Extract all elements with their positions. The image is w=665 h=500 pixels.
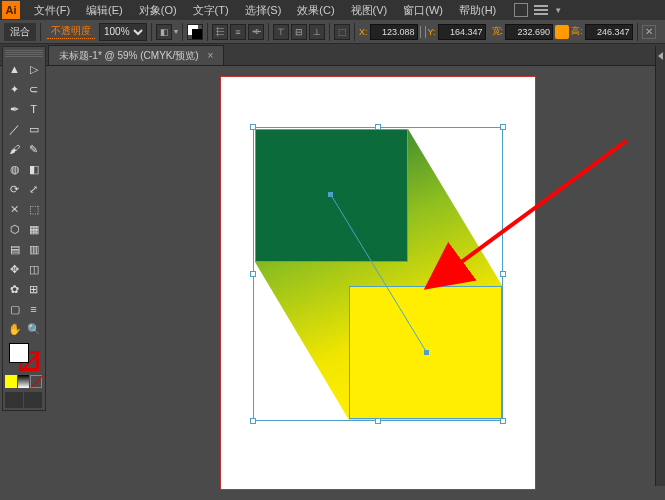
coord-sep-icon — [420, 26, 426, 38]
tool-hand[interactable]: ✋ — [5, 319, 24, 339]
w-label: 宽: — [492, 25, 504, 38]
dropdown-icon[interactable]: ▼ — [554, 6, 562, 15]
tool-type[interactable]: T — [24, 99, 43, 119]
handle-tl[interactable] — [250, 124, 256, 130]
expand-panel-icon[interactable] — [658, 52, 663, 60]
y-label: Y: — [428, 27, 436, 37]
handle-mr[interactable] — [500, 271, 506, 277]
h-input[interactable] — [585, 24, 633, 40]
tool-scale[interactable]: ⤢ — [24, 179, 43, 199]
tool-line[interactable]: ／ — [5, 119, 24, 139]
arrange-icon[interactable] — [534, 5, 548, 15]
tool-rotate[interactable]: ⟳ — [5, 179, 24, 199]
document-tab[interactable]: 未标题-1* @ 59% (CMYK/预览) × — [48, 45, 224, 65]
app-logo: Ai — [2, 1, 20, 19]
color-mode-icon[interactable] — [5, 375, 17, 388]
align-middle-icon[interactable]: ⊟ — [291, 24, 307, 40]
handle-br[interactable] — [500, 418, 506, 424]
tool-gradient[interactable]: ▥ — [24, 239, 43, 259]
tool-free-transform[interactable]: ⬚ — [24, 199, 43, 219]
opacity-select[interactable]: 100% — [99, 23, 147, 41]
menu-object[interactable]: 对象(O) — [131, 3, 185, 18]
handle-tm[interactable] — [375, 124, 381, 130]
tool-graph[interactable]: ⊞ — [24, 279, 43, 299]
recolor-icon[interactable] — [187, 24, 203, 40]
menu-file[interactable]: 文件(F) — [26, 3, 78, 18]
dropdown-icon[interactable]: ▾ — [174, 27, 178, 36]
menu-effect[interactable]: 效果(C) — [289, 3, 342, 18]
h-label: 高: — [571, 25, 583, 38]
tool-rectangle[interactable]: ▭ — [24, 119, 43, 139]
menu-type[interactable]: 文字(T) — [185, 3, 237, 18]
tool-eyedropper[interactable]: ✥ — [5, 259, 24, 279]
tool-pen[interactable]: ✒ — [5, 99, 24, 119]
close-tab-icon[interactable]: × — [207, 50, 213, 61]
menu-select[interactable]: 选择(S) — [237, 3, 290, 18]
right-panel-edge[interactable] — [655, 46, 665, 486]
menu-window[interactable]: 窗口(W) — [395, 3, 451, 18]
tool-paintbrush[interactable]: 🖌 — [5, 139, 24, 159]
tool-symbol[interactable]: ✿ — [5, 279, 24, 299]
tool-mesh[interactable]: ▤ — [5, 239, 24, 259]
align-bottom-icon[interactable]: ⊥ — [309, 24, 325, 40]
tool-blob[interactable]: ◍ — [5, 159, 24, 179]
opacity-label[interactable]: 不透明度 — [47, 24, 95, 39]
menu-view[interactable]: 视图(V) — [343, 3, 396, 18]
canvas-area[interactable] — [48, 66, 653, 498]
y-input[interactable] — [438, 24, 486, 40]
tool-zoom[interactable]: 🔍 — [24, 319, 43, 339]
selection-bbox[interactable] — [253, 127, 503, 421]
handle-ml[interactable] — [250, 271, 256, 277]
document-title: 未标题-1* @ 59% (CMYK/预览) — [59, 50, 199, 61]
fill-stroke[interactable] — [5, 341, 43, 371]
align-center-icon[interactable]: ≡ — [230, 24, 246, 40]
fill-swatch[interactable] — [9, 343, 29, 363]
x-label: X: — [359, 27, 368, 37]
tool-perspective[interactable]: ▦ — [24, 219, 43, 239]
tool-width[interactable]: ⨯ — [5, 199, 24, 219]
style-icon[interactable]: ◧ — [156, 24, 172, 40]
link-icon[interactable] — [555, 25, 569, 39]
tool-lasso[interactable]: ⊂ — [24, 79, 43, 99]
close-icon[interactable]: ✕ — [642, 25, 656, 39]
tool-magic-wand[interactable]: ✦ — [5, 79, 24, 99]
screen-mode-normal[interactable] — [5, 392, 23, 408]
menu-edit[interactable]: 编辑(E) — [78, 3, 131, 18]
handle-bl[interactable] — [250, 418, 256, 424]
menu-help[interactable]: 帮助(H) — [451, 3, 504, 18]
tool-blend[interactable]: ◫ — [24, 259, 43, 279]
panel-grip[interactable] — [5, 49, 43, 57]
artboard[interactable] — [221, 77, 535, 489]
tool-selection[interactable]: ▲ — [5, 59, 24, 79]
transform-icon[interactable]: ⬚ — [334, 24, 350, 40]
tool-artboard[interactable]: ▢ — [5, 299, 24, 319]
options-bar: 混合 不透明度 100% ◧ ▾ ⬱ ≡ ⬲ ⊤ ⊟ ⊥ ⬚ X: Y: 宽: … — [0, 20, 665, 44]
align-right-icon[interactable]: ⬲ — [248, 24, 264, 40]
handle-tr[interactable] — [500, 124, 506, 130]
none-mode-icon[interactable] — [30, 375, 42, 388]
align-left-icon[interactable]: ⬱ — [212, 24, 228, 40]
screen-mode-full[interactable] — [24, 392, 42, 408]
w-input[interactable] — [505, 24, 553, 40]
tool-label: 混合 — [4, 23, 36, 41]
gradient-mode-icon[interactable] — [18, 375, 30, 388]
handle-bm[interactable] — [375, 418, 381, 424]
workspace-icon[interactable] — [514, 3, 528, 17]
align-top-icon[interactable]: ⊤ — [273, 24, 289, 40]
tool-eraser[interactable]: ◧ — [24, 159, 43, 179]
x-input[interactable] — [370, 24, 418, 40]
tool-pencil[interactable]: ✎ — [24, 139, 43, 159]
menu-bar: Ai 文件(F) 编辑(E) 对象(O) 文字(T) 选择(S) 效果(C) 视… — [0, 0, 665, 20]
tool-shape-builder[interactable]: ⬡ — [5, 219, 24, 239]
tools-panel: ▲▷✦⊂✒T／▭🖌✎◍◧⟳⤢⨯⬚⬡▦▤▥✥◫✿⊞▢≡✋🔍 — [2, 46, 46, 411]
tool-slice[interactable]: ≡ — [24, 299, 43, 319]
tool-direct-selection[interactable]: ▷ — [24, 59, 43, 79]
document-tab-bar: 未标题-1* @ 59% (CMYK/预览) × — [0, 44, 665, 66]
